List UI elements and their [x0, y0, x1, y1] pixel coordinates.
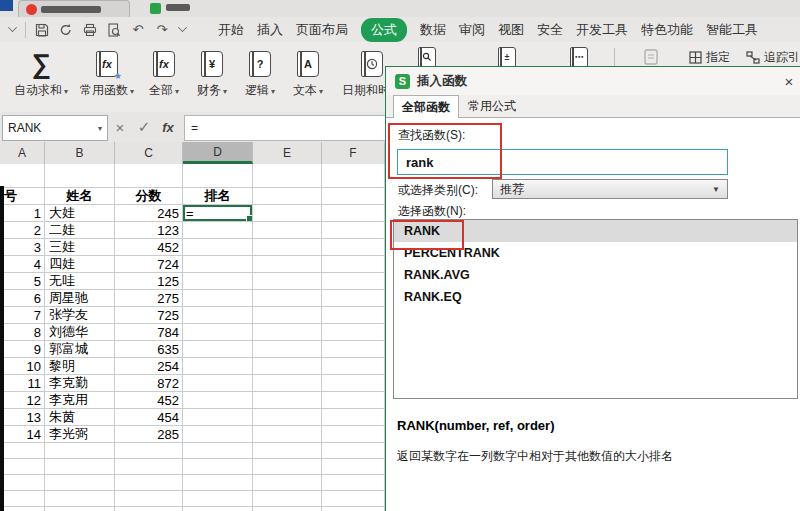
cell[interactable]: 1 — [0, 205, 45, 222]
cell[interactable] — [183, 358, 253, 375]
cell[interactable] — [322, 273, 385, 290]
cell[interactable] — [253, 188, 322, 205]
cell[interactable]: 725 — [115, 307, 183, 324]
active-cell[interactable]: = — [183, 205, 253, 222]
undo-icon[interactable]: ↶ — [130, 22, 146, 38]
cell[interactable] — [115, 459, 183, 475]
print-icon[interactable] — [82, 22, 98, 38]
cell[interactable] — [253, 256, 322, 273]
cell[interactable] — [322, 392, 385, 409]
cell[interactable] — [115, 491, 183, 507]
cell[interactable]: 郭富城 — [45, 341, 115, 358]
cell[interactable] — [322, 307, 385, 324]
cell[interactable]: 123 — [115, 222, 183, 239]
cell[interactable] — [45, 164, 115, 188]
cell[interactable]: 285 — [115, 426, 183, 443]
menu-tab-智能工具[interactable]: 智能工具 — [706, 21, 758, 39]
cell[interactable] — [0, 475, 45, 491]
menu-tab-数据[interactable]: 数据 — [420, 21, 446, 39]
redo-icon[interactable]: ↷ — [154, 22, 170, 38]
cell[interactable] — [0, 459, 45, 475]
dialog-close-icon[interactable]: × — [779, 71, 799, 91]
cell[interactable] — [45, 443, 115, 459]
cell[interactable] — [253, 205, 322, 222]
cell[interactable]: 452 — [115, 392, 183, 409]
cell[interactable]: 李克用 — [45, 392, 115, 409]
cancel-formula-icon[interactable]: × — [110, 115, 130, 139]
cell[interactable] — [322, 256, 385, 273]
cell[interactable] — [0, 443, 45, 459]
name-box[interactable]: RANK ▾ — [2, 115, 108, 141]
cell[interactable]: 275 — [115, 290, 183, 307]
cell[interactable]: 7 — [0, 307, 45, 324]
cell[interactable] — [183, 491, 253, 507]
export-pdf-icon[interactable] — [58, 22, 74, 38]
cell[interactable] — [322, 290, 385, 307]
cell[interactable]: 454 — [115, 409, 183, 426]
assign-name-label[interactable]: 指定 — [706, 49, 730, 66]
menu-tab-安全[interactable]: 安全 — [537, 21, 563, 39]
cell[interactable] — [45, 507, 115, 511]
cell[interactable] — [253, 507, 322, 511]
menu-tab-审阅[interactable]: 审阅 — [459, 21, 485, 39]
menu-tab-视图[interactable]: 视图 — [498, 21, 524, 39]
tab-common-formulas[interactable]: 常用公式 — [459, 95, 525, 118]
cell[interactable] — [183, 426, 253, 443]
cell[interactable]: 刘德华 — [45, 324, 115, 341]
cell[interactable]: 13 — [0, 409, 45, 426]
cell[interactable] — [183, 273, 253, 290]
cell[interactable] — [322, 358, 385, 375]
cell[interactable] — [322, 375, 385, 392]
cell[interactable] — [322, 507, 385, 511]
column-header-D[interactable]: D — [183, 142, 253, 164]
cell[interactable] — [253, 307, 322, 324]
ribbon-button-自动求和[interactable]: ∑自动求和▾ — [8, 44, 74, 112]
category-dropdown[interactable]: 推荐 ▼ — [492, 179, 728, 199]
cell[interactable]: 2 — [0, 222, 45, 239]
cell[interactable]: 10 — [0, 358, 45, 375]
cell[interactable] — [183, 392, 253, 409]
cell[interactable] — [253, 426, 322, 443]
cell[interactable] — [322, 188, 385, 205]
save-icon[interactable] — [34, 22, 50, 38]
column-header-A[interactable]: A — [0, 142, 45, 164]
ribbon-button-文本[interactable]: A文本▾ — [284, 44, 332, 112]
cell[interactable] — [253, 324, 322, 341]
cell[interactable] — [115, 475, 183, 491]
cell[interactable] — [183, 324, 253, 341]
cell[interactable] — [183, 239, 253, 256]
tab-all-functions[interactable]: 全部函数 — [393, 95, 459, 118]
cell[interactable]: 李光弼 — [45, 426, 115, 443]
cell[interactable] — [183, 475, 253, 491]
menu-tab-开发工具[interactable]: 开发工具 — [576, 21, 628, 39]
cell[interactable] — [183, 459, 253, 475]
cell[interactable] — [253, 222, 322, 239]
cell[interactable] — [253, 341, 322, 358]
cell[interactable]: 四娃 — [45, 256, 115, 273]
cell[interactable]: 3 — [0, 239, 45, 256]
name-box-dropdown-icon[interactable]: ▾ — [98, 124, 102, 133]
cell[interactable] — [183, 409, 253, 426]
confirm-formula-icon[interactable]: ✓ — [134, 115, 154, 139]
cell[interactable]: 125 — [115, 273, 183, 290]
cell[interactable]: 李克勤 — [45, 375, 115, 392]
cell[interactable] — [183, 164, 253, 188]
cell[interactable] — [253, 375, 322, 392]
cell[interactable]: 12 — [0, 392, 45, 409]
column-header-E[interactable]: E — [253, 142, 322, 164]
cell[interactable]: 245 — [115, 205, 183, 222]
cell[interactable] — [183, 375, 253, 392]
ribbon-button-常用函数[interactable]: fx★常用函数▾ — [74, 44, 140, 112]
cell[interactable]: 5 — [0, 273, 45, 290]
function-item-RANK.AVG[interactable]: RANK.AVG — [394, 264, 797, 286]
ribbon-button-财务[interactable]: ¥财务▾ — [188, 44, 236, 112]
cell[interactable]: 朱茵 — [45, 409, 115, 426]
cell[interactable]: 张学友 — [45, 307, 115, 324]
cell[interactable]: 排名 — [183, 188, 253, 205]
menu-tab-页面布局[interactable]: 页面布局 — [296, 21, 348, 39]
menu-tab-特色功能[interactable]: 特色功能 — [641, 21, 693, 39]
ribbon-button-逻辑[interactable]: ?逻辑▾ — [236, 44, 284, 112]
cell[interactable] — [322, 222, 385, 239]
print-preview-icon[interactable] — [106, 22, 122, 38]
cell[interactable]: 635 — [115, 341, 183, 358]
